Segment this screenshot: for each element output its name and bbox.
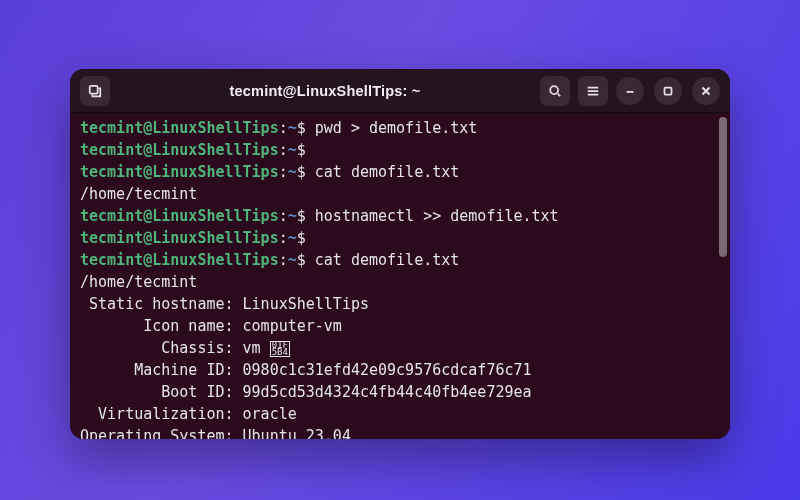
menu-button[interactable] [578, 76, 608, 106]
prompt-colon: : [279, 119, 288, 137]
minimize-icon [623, 84, 637, 98]
prompt-dollar: $ [297, 141, 315, 159]
prompt-user-host: tecmint@LinuxShellTips [80, 207, 279, 225]
search-icon [548, 84, 562, 98]
command-text: pwd > demofile.txt [315, 119, 478, 137]
prompt-colon: : [279, 229, 288, 247]
command-text: cat demofile.txt [315, 163, 460, 181]
command-text: hostnamectl >> demofile.txt [315, 207, 559, 225]
svg-rect-0 [90, 85, 98, 93]
prompt-path: ~ [288, 207, 297, 225]
prompt-user-host: tecmint@LinuxShellTips [80, 141, 279, 159]
output-text: Static hostname: LinuxShellTips [80, 295, 369, 313]
prompt-line: tecmint@LinuxShellTips:~$ pwd > demofile… [80, 117, 722, 139]
output-text: /home/tecmint [80, 273, 197, 291]
prompt-line: tecmint@LinuxShellTips:~$ [80, 139, 722, 161]
command-text: cat demofile.txt [315, 251, 460, 269]
prompt-dollar: $ [297, 229, 315, 247]
prompt-path: ~ [288, 229, 297, 247]
output-line: Boot ID: 99d5cd53d4324c4fb44c40fb4ee729e… [80, 381, 722, 403]
close-button[interactable] [692, 77, 720, 105]
output-line: Virtualization: oracle [80, 403, 722, 425]
prompt-line: tecmint@LinuxShellTips:~$ [80, 227, 722, 249]
prompt-user-host: tecmint@LinuxShellTips [80, 251, 279, 269]
output-line: Machine ID: 0980c1c31efd42e09c9576cdcaf7… [80, 359, 722, 381]
output-text: Operating System: Ubuntu 23.04 [80, 427, 351, 439]
prompt-path: ~ [288, 163, 297, 181]
output-text: Boot ID: 99d5cd53d4324c4fb44c40fb4ee729e… [80, 383, 532, 401]
output-line: Static hostname: LinuxShellTips [80, 293, 722, 315]
prompt-line: tecmint@LinuxShellTips:~$ cat demofile.t… [80, 249, 722, 271]
hamburger-icon [586, 84, 600, 98]
terminal-window: tecmint@LinuxShellTips: ~ tecmint@LinuxS… [70, 69, 730, 439]
prompt-colon: : [279, 141, 288, 159]
output-line: Chassis: vm 01F5B4 [80, 337, 722, 359]
output-line: /home/tecmint [80, 271, 722, 293]
window-title: tecmint@LinuxShellTips: ~ [118, 83, 532, 99]
output-line: /home/tecmint [80, 183, 722, 205]
prompt-line: tecmint@LinuxShellTips:~$ cat demofile.t… [80, 161, 722, 183]
svg-rect-2 [665, 87, 672, 94]
prompt-user-host: tecmint@LinuxShellTips [80, 229, 279, 247]
prompt-path: ~ [288, 119, 297, 137]
output-line: Icon name: computer-vm [80, 315, 722, 337]
new-tab-icon [88, 84, 102, 98]
prompt-dollar: $ [297, 207, 315, 225]
prompt-path: ~ [288, 141, 297, 159]
scrollbar-thumb[interactable] [719, 117, 727, 257]
terminal-body[interactable]: tecmint@LinuxShellTips:~$ pwd > demofile… [70, 113, 730, 439]
search-button[interactable] [540, 76, 570, 106]
prompt-user-host: tecmint@LinuxShellTips [80, 119, 279, 137]
output-text: Chassis: vm [80, 339, 270, 357]
svg-point-1 [550, 86, 558, 94]
output-text: Icon name: computer-vm [80, 317, 342, 335]
output-text: Machine ID: 0980c1c31efd42e09c9576cdcaf7… [80, 361, 532, 379]
prompt-colon: : [279, 207, 288, 225]
close-icon [699, 84, 713, 98]
prompt-user-host: tecmint@LinuxShellTips [80, 163, 279, 181]
prompt-dollar: $ [297, 119, 315, 137]
output-text: Virtualization: oracle [80, 405, 297, 423]
output-line: Operating System: Ubuntu 23.04 [80, 425, 722, 439]
missing-glyph-icon: 01F5B4 [270, 341, 290, 357]
maximize-icon [661, 84, 675, 98]
prompt-colon: : [279, 163, 288, 181]
output-text: /home/tecmint [80, 185, 197, 203]
prompt-dollar: $ [297, 251, 315, 269]
prompt-dollar: $ [297, 163, 315, 181]
maximize-button[interactable] [654, 77, 682, 105]
prompt-line: tecmint@LinuxShellTips:~$ hostnamectl >>… [80, 205, 722, 227]
new-tab-button[interactable] [80, 76, 110, 106]
prompt-colon: : [279, 251, 288, 269]
prompt-path: ~ [288, 251, 297, 269]
window-controls [616, 77, 720, 105]
titlebar: tecmint@LinuxShellTips: ~ [70, 69, 730, 113]
minimize-button[interactable] [616, 77, 644, 105]
